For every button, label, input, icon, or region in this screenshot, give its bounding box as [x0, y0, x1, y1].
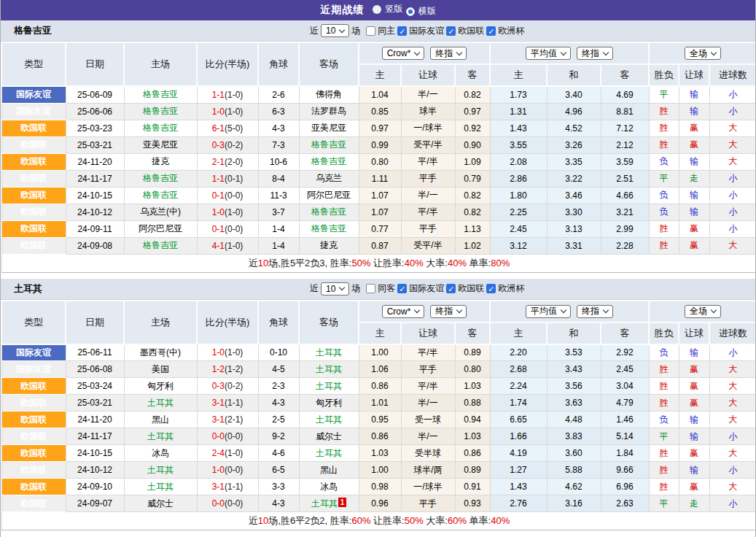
result-wdl: 胜	[649, 462, 679, 479]
league-badge: 欧国联	[1, 187, 66, 204]
avg-source-select[interactable]: 平均值	[526, 47, 571, 60]
result-sub-header: 让球	[679, 64, 709, 86]
away-team: 土耳其	[299, 445, 359, 462]
league-filter-label: 欧国联	[458, 282, 484, 295]
away-team: 格鲁吉亚	[299, 220, 359, 237]
layout-radio-vertical[interactable]: 竖版	[373, 3, 402, 15]
league-filter-checkbox[interactable]: ✓	[397, 26, 407, 36]
avg-draw: 3.26	[547, 136, 601, 153]
handicap-line: 球半/两	[401, 462, 455, 479]
result-handicap: 赢	[679, 220, 709, 237]
away-team: 格鲁吉亚	[299, 153, 359, 170]
avg-away: 3.21	[601, 204, 649, 220]
corners: 4-5	[258, 361, 299, 378]
result-goals: 大	[709, 378, 756, 395]
full-time-score: 3-1	[212, 414, 225, 425]
result-handicap: 走	[679, 495, 709, 512]
handicap-line: 受一球	[401, 412, 455, 428]
avg-sub-header: 和	[547, 322, 601, 344]
avg-away: 2.92	[601, 344, 649, 361]
odds-stage-select[interactable]: 终指	[430, 47, 467, 60]
league-badge: 欧国联	[1, 412, 66, 428]
layout-radio-group: 竖版 横版	[373, 3, 435, 18]
odds-sub-header: 主	[359, 322, 401, 344]
match-date: 24-10-15	[66, 445, 124, 462]
recent-count-select[interactable]: 10	[321, 282, 349, 295]
scope-select[interactable]: 全场	[685, 47, 721, 60]
match-date: 24-09-08	[66, 237, 124, 254]
result-goals: 大	[709, 445, 756, 462]
odds-source-select[interactable]: Crow*	[382, 305, 425, 318]
recent-results-page: 近期战绩 竖版 横版 格鲁吉亚 近 10 场 同主 ✓国际友谊✓欧国联✓欧洲杯 …	[0, 0, 756, 537]
league-badge: 国际友谊	[1, 86, 66, 103]
match-date: 24-09-07	[66, 495, 124, 512]
recent-count-select[interactable]: 10	[321, 24, 349, 37]
same-venue-label: 同主	[378, 25, 395, 37]
odds-away: 0.89	[455, 344, 490, 361]
score-cell: 2-1(2-0)	[197, 153, 258, 170]
near-label: 近	[310, 25, 319, 37]
odds-home: 1.07	[359, 187, 401, 204]
avg-draw: 3.46	[547, 187, 601, 204]
odds-home: 1.07	[359, 204, 401, 220]
league-filter-checkbox[interactable]: ✓	[486, 284, 496, 293]
away-team: 土耳其	[299, 344, 359, 361]
match-date: 24-11-17	[66, 170, 124, 187]
avg-away: 2.12	[601, 136, 649, 153]
home-team: 格鲁吉亚	[124, 86, 197, 103]
odds-source-select[interactable]: Crow*	[382, 47, 425, 60]
section-header: 格鲁吉亚 近 10 场 同主 ✓国际友谊✓欧国联✓欧洲杯	[1, 20, 755, 42]
odds-away: 0.79	[455, 170, 490, 187]
corners: 4-3	[258, 495, 299, 512]
result-handicap: 赢	[679, 395, 709, 412]
result-wdl: 平	[649, 428, 679, 445]
near-label: 近	[310, 282, 319, 295]
handicap-line: 平手	[401, 170, 455, 187]
avg-source-select[interactable]: 平均值	[526, 305, 571, 318]
odds-away: 0.88	[455, 395, 490, 412]
avg-draw: 3.22	[547, 170, 601, 187]
same-venue-checkbox[interactable]	[366, 284, 375, 293]
select-value: Crow*	[387, 48, 411, 58]
avg-home: 1.27	[490, 462, 547, 479]
avg-stage-select[interactable]: 终指	[577, 47, 613, 60]
avg-home: 1.43	[490, 120, 547, 136]
layout-radio-horizontal[interactable]: 横版	[406, 5, 436, 18]
half-time-score: (2-0)	[225, 157, 243, 167]
result-goals: 小	[709, 495, 756, 512]
league-filter-checkbox[interactable]: ✓	[446, 284, 456, 293]
odds-home: 0.86	[359, 378, 401, 395]
handicap-line: 平手	[401, 220, 455, 237]
result-goals: 大	[709, 136, 756, 153]
odds-sub-header: 让球	[401, 64, 455, 86]
chevron-down-icon	[603, 49, 609, 55]
avg-away: 9.66	[601, 462, 649, 479]
score-cell: 3-1(1-1)	[197, 395, 258, 412]
away-team: 匈牙利	[299, 395, 359, 412]
handicap-line: 半/一	[401, 187, 455, 204]
filter-controls: 近 10 场 同主 ✓国际友谊✓欧国联✓欧洲杯	[310, 24, 524, 37]
avg-stage-select[interactable]: 终指	[577, 305, 613, 318]
title-bar: 近期战绩 竖版 横版	[1, 0, 755, 20]
summary-text: 近10场,胜6平2负2, 胜率:60% 让胜率:50% 大率:60% 单率:40…	[1, 512, 756, 530]
select-value: 10	[326, 26, 335, 36]
away-team: 格鲁吉亚	[299, 136, 359, 153]
same-venue-checkbox[interactable]	[366, 26, 375, 36]
scope-select[interactable]: 全场	[685, 305, 721, 318]
league-filter-checkbox[interactable]: ✓	[397, 284, 407, 293]
odds-away: 0.94	[455, 412, 490, 428]
result-handicap: 赢	[679, 120, 709, 136]
away-team: 土耳其	[299, 412, 359, 428]
odds-stage-select[interactable]: 终指	[430, 305, 467, 318]
match-row: 欧国联 24-09-10 土耳其 3-1(1-1) 3-3 冰岛 0.98 一/…	[1, 479, 756, 495]
league-filter-checkbox[interactable]: ✓	[486, 26, 496, 36]
avg-draw: 3.30	[547, 204, 601, 220]
home-team: 土耳其	[124, 479, 197, 495]
result-handicap: 输	[679, 428, 709, 445]
avg-home: 2.76	[490, 495, 547, 512]
avg-away: 3.59	[601, 153, 649, 170]
team-name: 土耳其	[14, 282, 42, 295]
league-filter-checkbox[interactable]: ✓	[446, 26, 456, 36]
avg-draw: 3.40	[547, 86, 601, 103]
corners: 1-4	[258, 220, 299, 237]
